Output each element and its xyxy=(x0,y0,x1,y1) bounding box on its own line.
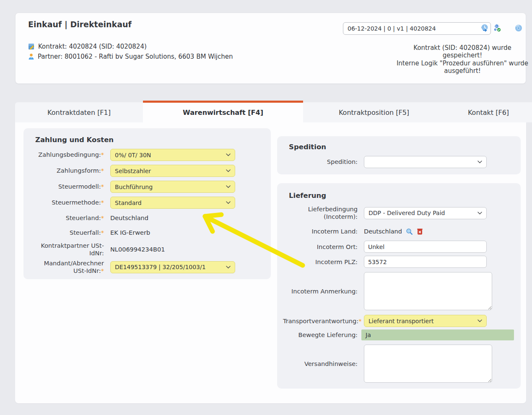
panel-title-spedition: Spedition xyxy=(289,143,515,151)
zahlungsbedingung-select[interactable]: 0%/ 0T/ 30N xyxy=(110,149,235,161)
incoterm-ort-input[interactable] xyxy=(364,241,487,253)
version-dropdown[interactable]: 06-12-2024 | 0 | v1 | 4020824 xyxy=(343,22,491,35)
tab-label: Kontraktposition [F5] xyxy=(339,109,409,117)
field-kontraktpartner-ustidnr: Kontraktpartner USt-IdNr: NL006994234B01 xyxy=(29,242,265,257)
chevron-down-icon xyxy=(226,185,231,188)
field-lieferbedingung: Lieferbedingung (Incoterm): DDP - Delive… xyxy=(283,205,515,220)
field-incoterm-ort: Incoterm Ort: xyxy=(283,241,515,253)
delete-icon[interactable] xyxy=(417,228,423,235)
field-label: Zahlungsform: xyxy=(57,167,101,174)
bewegte-lieferung-value: Ja xyxy=(366,332,371,338)
tab-kontraktposition[interactable]: Kontraktposition [F5] xyxy=(303,102,445,122)
steuerfall-value: EK IG-Erwerb xyxy=(110,229,150,236)
field-label: Transportverantwortung: xyxy=(283,318,358,324)
tab-label: Kontakt [F6] xyxy=(468,109,509,117)
field-zahlungsbedingung: Zahlungsbedingung:* 0%/ 0T/ 30N xyxy=(29,149,265,161)
chevron-down-icon xyxy=(226,201,231,204)
status-message-line2: Interne Logik "Prozedur ausführen" wurde… xyxy=(395,60,530,75)
select-value: DDP - Delivered Duty Paid xyxy=(369,210,445,216)
panel-zahlung-und-kosten: Zahlung und Kosten Zahlungsbedingung:* 0… xyxy=(23,128,271,279)
steuerland-value: Deutschland xyxy=(110,215,148,221)
select-value: 0%/ 0T/ 30N xyxy=(115,152,151,158)
field-zahlungsform: Zahlungsform:* Selbstzahler xyxy=(29,165,265,177)
field-label: Versandhinweise: xyxy=(304,361,358,367)
field-incoterm-plz: Incoterm PLZ: xyxy=(283,256,515,268)
tab-warenwirtschaft[interactable]: Warenwirtschaft [F4] xyxy=(143,101,303,122)
bewegte-lieferung-readonly: Ja xyxy=(361,329,514,340)
tab-bar: Kontraktdaten [F1] Warenwirtschaft [F4] … xyxy=(15,101,532,122)
field-steuerland: Steuerland:* Deutschland xyxy=(29,213,265,223)
tab-label: Warenwirtschaft [F4] xyxy=(183,109,263,117)
tab-kontraktdaten[interactable]: Kontraktdaten [F1] xyxy=(15,102,143,122)
chevron-down-icon xyxy=(226,169,231,172)
mandant-ustidnr-select[interactable]: DE149513379 | 32/205/1003/1 xyxy=(110,261,235,273)
incoterm-land-value: Deutschland xyxy=(364,228,402,235)
contract-info-row: Kontrakt: 4020824 (SID: 4020824) xyxy=(28,42,233,52)
chevron-down-icon xyxy=(226,153,231,156)
steuermethode-select[interactable]: Standard xyxy=(110,197,235,209)
steuermodell-select[interactable]: Buchführung xyxy=(110,181,235,193)
field-bewegte-lieferung: Bewegte Lieferung: Ja xyxy=(283,329,515,340)
field-label: Incoterm Ort: xyxy=(317,244,358,250)
lieferbedingung-select[interactable]: DDP - Delivered Duty Paid xyxy=(364,207,487,219)
select-value: DE149513379 | 32/205/1003/1 xyxy=(115,264,206,270)
field-label: Incoterm Land: xyxy=(311,228,358,235)
field-incoterm-anmerkung: Incoterm Anmerkung: xyxy=(283,272,515,310)
save-disc-icon[interactable] xyxy=(515,24,522,32)
required-asterisk: * xyxy=(101,267,104,274)
panel-spedition: Spedition Spedition: xyxy=(277,136,521,174)
panel-title-zahlung: Zahlung und Kosten xyxy=(35,136,265,144)
chevron-down-icon xyxy=(478,161,482,163)
field-steuermethode: Steuermethode:* Standard xyxy=(29,197,265,209)
spedition-select[interactable] xyxy=(364,156,487,168)
partner-info-row: Partner: 8001062 - Rafti bv Sugar Soluti… xyxy=(28,52,233,62)
field-versandhinweise: Versandhinweise: xyxy=(283,345,515,383)
field-steuermodell: Steuermodell:* Buchführung xyxy=(29,181,265,193)
select-value: Standard xyxy=(115,200,142,206)
required-asterisk: * xyxy=(358,318,361,324)
field-label: Lieferbedingung (Incoterm): xyxy=(308,206,358,220)
field-label: Steuermodell: xyxy=(58,183,101,190)
tab-label: Kontraktdaten [F1] xyxy=(47,109,111,117)
page-title: Einkauf | Direkteinkauf xyxy=(28,20,132,29)
tab-kontakt[interactable]: Kontakt [F6] xyxy=(445,102,532,122)
process-gears-icon[interactable] xyxy=(493,24,501,32)
transportverantwortung-select[interactable]: Lieferant transportiert xyxy=(364,315,487,327)
search-icon[interactable] xyxy=(406,228,413,235)
chevron-down-icon xyxy=(478,319,482,322)
required-asterisk: * xyxy=(101,183,104,190)
header-card: Einkauf | Direkteinkauf 06-12-2024 | 0 |… xyxy=(15,13,526,84)
field-steuerfall: Steuerfall:* EK IG-Erwerb xyxy=(29,227,265,238)
field-label: Kontraktpartner USt-IdNr: xyxy=(41,242,104,257)
history-icon[interactable] xyxy=(481,24,489,32)
field-label: Incoterm PLZ: xyxy=(315,259,358,265)
field-label: Steuerfall: xyxy=(70,229,101,236)
contract-info-text: Kontrakt: 4020824 (SID: 4020824) xyxy=(38,43,147,50)
field-label: Mandant/Abrechner USt-IdNr: xyxy=(44,260,104,274)
field-label: Steuerland: xyxy=(66,215,101,221)
select-value: Buchführung xyxy=(115,184,153,190)
chevron-down-icon xyxy=(478,212,482,215)
zahlungsform-select[interactable]: Selbstzahler xyxy=(110,165,235,177)
field-spedition: Spedition: xyxy=(283,156,515,168)
required-asterisk: * xyxy=(101,151,104,158)
status-message: Kontrakt (SID: 4020824) wurde gespeicher… xyxy=(395,44,530,75)
contract-memo-icon xyxy=(28,43,35,50)
field-label: Spedition: xyxy=(327,158,358,165)
kontraktpartner-ustidnr-value: NL006994234B01 xyxy=(110,246,165,253)
select-value: Selbstzahler xyxy=(115,168,151,174)
required-asterisk: * xyxy=(101,229,104,236)
field-transportverantwortung: Transportverantwortung:* Lieferant trans… xyxy=(283,315,515,327)
versandhinweise-textarea[interactable] xyxy=(364,345,492,383)
chevron-down-icon xyxy=(226,266,231,269)
field-label: Bewegte Lieferung: xyxy=(298,332,358,338)
incoterm-anmerkung-textarea[interactable] xyxy=(364,272,492,310)
field-label: Zahlungsbedingung: xyxy=(38,151,101,158)
partner-person-icon xyxy=(28,53,34,60)
main-content-card: Zahlung und Kosten Zahlungsbedingung:* 0… xyxy=(15,122,526,403)
status-message-line1: Kontrakt (SID: 4020824) wurde gespeicher… xyxy=(395,44,530,60)
field-label: Steuermethode: xyxy=(52,199,101,206)
incoterm-plz-input[interactable] xyxy=(364,256,487,268)
field-incoterm-land: Incoterm Land: Deutschland xyxy=(283,226,515,237)
field-label: Incoterm Anmerkung: xyxy=(291,288,358,295)
